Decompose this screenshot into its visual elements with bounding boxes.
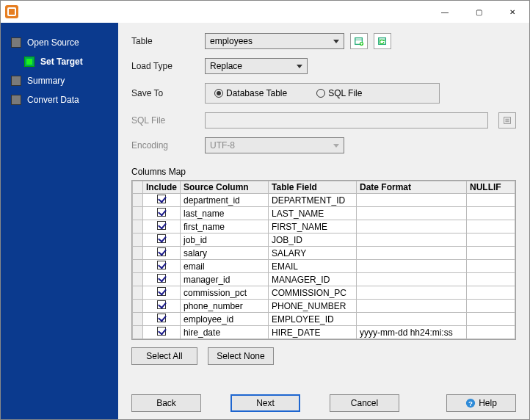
checkbox-icon[interactable] [157, 300, 166, 309]
saveto-sql-radio[interactable]: SQL File [316, 88, 362, 98]
col-datefmt[interactable]: Date Format [357, 181, 467, 194]
include-cell[interactable] [143, 247, 181, 260]
new-table-button[interactable] [350, 33, 368, 49]
source-cell[interactable]: manager_id [181, 273, 269, 286]
nullif-cell[interactable] [467, 220, 515, 233]
minimize-button[interactable]: — [428, 1, 462, 23]
row-header[interactable] [133, 260, 143, 273]
step-convert-data[interactable]: Convert Data [1, 90, 118, 109]
checkbox-icon[interactable] [157, 274, 166, 283]
nullif-cell[interactable] [467, 273, 515, 286]
datefmt-cell[interactable] [357, 207, 467, 220]
field-cell[interactable]: EMAIL [269, 260, 357, 273]
field-cell[interactable]: SALARY [269, 247, 357, 260]
loadtype-combo[interactable]: Replace [205, 58, 308, 74]
nullif-cell[interactable] [467, 260, 515, 273]
checkbox-icon[interactable] [157, 261, 166, 269]
source-cell[interactable]: hire_date [181, 326, 269, 339]
source-cell[interactable]: last_name [181, 207, 269, 220]
row-header[interactable] [133, 220, 143, 233]
include-cell[interactable] [143, 220, 181, 233]
field-cell[interactable]: HIRE_DATE [269, 326, 357, 339]
table-row[interactable]: last_nameLAST_NAME [133, 207, 515, 220]
row-header[interactable] [133, 286, 143, 300]
datefmt-cell[interactable] [357, 220, 467, 233]
checkbox-icon[interactable] [157, 287, 166, 296]
field-cell[interactable]: PHONE_NUMBER [269, 300, 357, 313]
nullif-cell[interactable] [467, 313, 515, 326]
include-cell[interactable] [143, 194, 181, 207]
field-cell[interactable]: FIRST_NAME [269, 220, 357, 233]
datefmt-cell[interactable] [357, 233, 467, 247]
col-include[interactable]: Include [143, 181, 181, 194]
row-header[interactable] [133, 247, 143, 260]
row-header[interactable] [133, 207, 143, 220]
nullif-cell[interactable] [467, 247, 515, 260]
datefmt-cell[interactable] [357, 194, 467, 207]
row-header[interactable] [133, 313, 143, 326]
col-nullif[interactable]: NULLIF [467, 181, 515, 194]
datefmt-cell[interactable] [357, 313, 467, 326]
table-row[interactable]: commission_pctCOMMISSION_PC [133, 286, 515, 300]
field-cell[interactable]: EMPLOYEE_ID [269, 313, 357, 326]
nullif-cell[interactable] [467, 233, 515, 247]
nullif-cell[interactable] [467, 207, 515, 220]
row-header[interactable] [133, 194, 143, 207]
include-cell[interactable] [143, 207, 181, 220]
datefmt-cell[interactable]: yyyy-mm-dd hh24:mi:ss [357, 326, 467, 339]
table-combo[interactable]: employees [205, 33, 344, 49]
step-set-target[interactable]: Set Target [1, 52, 118, 71]
datefmt-cell[interactable] [357, 247, 467, 260]
row-header[interactable] [133, 273, 143, 286]
close-button[interactable]: ✕ [495, 1, 529, 23]
checkbox-icon[interactable] [157, 195, 166, 203]
field-cell[interactable]: COMMISSION_PC [269, 286, 357, 300]
step-summary[interactable]: Summary [1, 71, 118, 90]
include-cell[interactable] [143, 260, 181, 273]
datefmt-cell[interactable] [357, 273, 467, 286]
step-open-source[interactable]: Open Source [1, 33, 118, 52]
source-cell[interactable]: department_id [181, 194, 269, 207]
row-header[interactable] [133, 300, 143, 313]
cancel-button[interactable]: Cancel [330, 394, 399, 412]
saveto-db-radio[interactable]: Database Table [214, 88, 287, 98]
table-row[interactable]: department_idDEPARTMENT_ID [133, 194, 515, 207]
table-row[interactable]: emailEMAIL [133, 260, 515, 273]
refresh-table-button[interactable] [374, 33, 391, 49]
table-row[interactable]: employee_idEMPLOYEE_ID [133, 313, 515, 326]
datefmt-cell[interactable] [357, 260, 467, 273]
table-row[interactable]: manager_idMANAGER_ID [133, 273, 515, 286]
table-row[interactable]: hire_dateHIRE_DATEyyyy-mm-dd hh24:mi:ss [133, 326, 515, 339]
checkbox-icon[interactable] [157, 221, 166, 230]
select-all-button[interactable]: Select All [131, 347, 197, 365]
source-cell[interactable]: job_id [181, 233, 269, 247]
source-cell[interactable]: email [181, 260, 269, 273]
table-row[interactable]: first_nameFIRST_NAME [133, 220, 515, 233]
datefmt-cell[interactable] [357, 286, 467, 300]
nullif-cell[interactable] [467, 286, 515, 300]
col-source[interactable]: Source Column [181, 181, 269, 194]
back-button[interactable]: Back [131, 394, 201, 412]
next-button[interactable]: Next [230, 394, 300, 412]
include-cell[interactable] [143, 286, 181, 300]
row-header[interactable] [133, 233, 143, 247]
checkbox-icon[interactable] [157, 208, 166, 217]
source-cell[interactable]: salary [181, 247, 269, 260]
table-row[interactable]: phone_numberPHONE_NUMBER [133, 300, 515, 313]
field-cell[interactable]: MANAGER_ID [269, 273, 357, 286]
source-cell[interactable]: employee_id [181, 313, 269, 326]
source-cell[interactable]: commission_pct [181, 286, 269, 300]
include-cell[interactable] [143, 273, 181, 286]
checkbox-icon[interactable] [157, 314, 166, 322]
field-cell[interactable]: JOB_ID [269, 233, 357, 247]
checkbox-icon[interactable] [157, 247, 166, 256]
col-field[interactable]: Table Field [269, 181, 357, 194]
source-cell[interactable]: first_name [181, 220, 269, 233]
field-cell[interactable]: LAST_NAME [269, 207, 357, 220]
columns-map-grid[interactable]: Include Source Column Table Field Date F… [131, 180, 516, 340]
checkbox-icon[interactable] [157, 327, 166, 336]
checkbox-icon[interactable] [157, 234, 166, 243]
nullif-cell[interactable] [467, 326, 515, 339]
include-cell[interactable] [143, 233, 181, 247]
include-cell[interactable] [143, 326, 181, 339]
